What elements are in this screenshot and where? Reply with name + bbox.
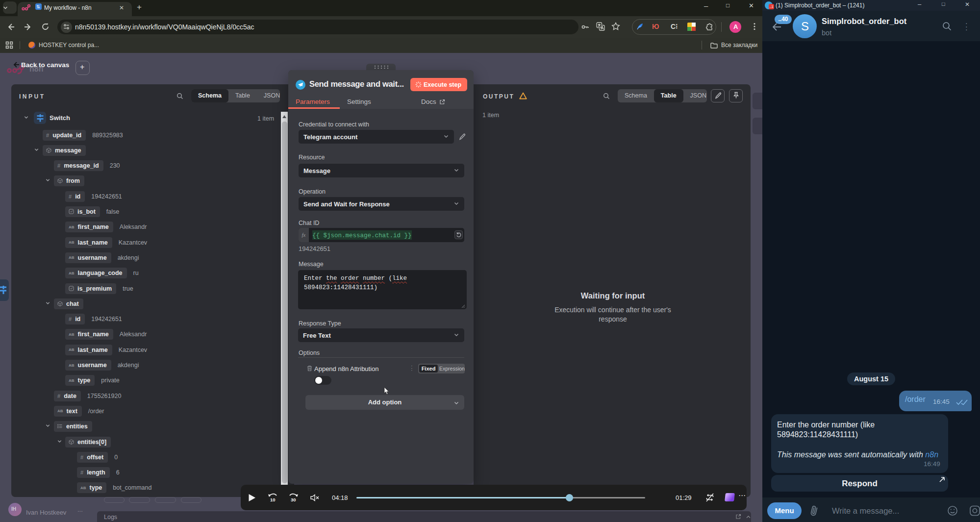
- svg-text:10: 10: [270, 497, 276, 502]
- svg-text:30: 30: [291, 497, 296, 502]
